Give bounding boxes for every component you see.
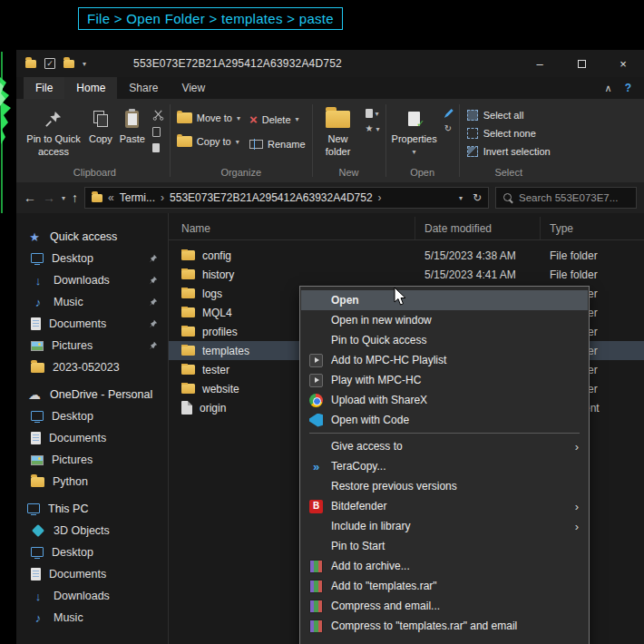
copy-to-button[interactable]: Copy to ▾: [172, 134, 245, 149]
sidebar-item-onedrive-desktop[interactable]: Desktop: [16, 405, 168, 427]
window-controls: – ×: [519, 50, 644, 77]
sidebar-item-pc-documents[interactable]: Documents: [16, 563, 168, 585]
help-icon[interactable]: ?: [625, 82, 631, 94]
file-row-config[interactable]: config 5/15/2023 4:38 AM File folder: [169, 246, 644, 265]
tab-home[interactable]: Home: [64, 77, 117, 99]
copy-button[interactable]: Copy: [85, 103, 116, 149]
sidebar-item-pictures[interactable]: Pictures: [16, 335, 168, 356]
edit-button[interactable]: [444, 109, 454, 118]
sidebar-item-2023-052023[interactable]: 2023-052023: [16, 356, 168, 378]
file-row-history[interactable]: history 5/15/2023 4:41 AM File folder: [169, 265, 644, 284]
copy-path-button[interactable]: [152, 127, 164, 137]
context-menu-item-teracopy[interactable]: » TeraCopy...: [301, 456, 588, 476]
up-button[interactable]: ↑: [72, 190, 78, 205]
context-menu-item-compress-and-email[interactable]: Compress and email...: [301, 596, 588, 616]
sidebar-item-downloads[interactable]: ↓ Downloads: [16, 269, 168, 291]
pin-to-quick-access-button[interactable]: Pin to Quick access: [22, 103, 85, 161]
ribbon-group-open: ✓ Properties ▾ ↻ Open: [388, 101, 457, 182]
qat-customize-chevron-icon[interactable]: ▾: [83, 60, 86, 68]
sidebar-item-documents[interactable]: Documents: [16, 313, 168, 335]
new-folder-icon: [326, 111, 350, 128]
paste-shortcut-button[interactable]: [152, 143, 164, 152]
sidebar-item-pc-music[interactable]: ♪ Music: [16, 607, 168, 629]
column-header-type[interactable]: Type: [541, 217, 644, 239]
tab-view[interactable]: View: [170, 77, 217, 99]
context-menu-item-open-with-code[interactable]: Open with Code: [301, 410, 588, 430]
select-all-button[interactable]: Select all: [467, 110, 551, 121]
context-menu-item-pin-to-start[interactable]: Pin to Start: [301, 536, 588, 556]
invert-selection-button[interactable]: Invert selection: [467, 146, 551, 157]
qat-properties-icon[interactable]: ✓: [44, 58, 55, 69]
select-none-button[interactable]: Select none: [467, 128, 551, 139]
sidebar-item-music[interactable]: ♪ Music: [16, 291, 168, 313]
back-button[interactable]: ←: [24, 190, 36, 205]
sidebar-item-onedrive-pictures[interactable]: Pictures: [16, 449, 168, 471]
new-item-button[interactable]: ▾: [366, 109, 380, 118]
breadcrumb-crumb-parent[interactable]: Termi...: [120, 191, 155, 204]
winrar-icon: [309, 580, 323, 593]
sidebar-item-python[interactable]: Python: [16, 471, 168, 493]
ribbon-divider: [459, 104, 460, 177]
blank-icon-slot: [309, 294, 323, 307]
maximize-button[interactable]: [561, 50, 602, 77]
crumb-separator-icon[interactable]: ›: [378, 191, 382, 204]
context-menu-item-open[interactable]: Open: [301, 290, 588, 310]
context-menu-item-play-with-mpc-hc[interactable]: Play with MPC-HC: [301, 370, 588, 390]
monitor-icon: [31, 411, 44, 421]
cube-icon: [32, 524, 44, 537]
sidebar-item-desktop[interactable]: Desktop: [16, 248, 168, 269]
tab-share[interactable]: Share: [117, 77, 170, 99]
recent-locations-chevron-icon[interactable]: ▾: [62, 194, 65, 202]
context-menu-item-add-to-templates-rar[interactable]: Add to "templates.rar": [301, 576, 588, 596]
delete-button[interactable]: × Delete ▾: [245, 111, 310, 128]
context-menu-item-upload-with-sharex[interactable]: Upload with ShareX: [301, 390, 588, 410]
context-menu-item-open-in-new-window[interactable]: Open in new window: [301, 310, 588, 330]
sidebar-group-onedrive[interactable]: ☁ OneDrive - Personal: [16, 384, 168, 405]
rename-button[interactable]: Rename: [245, 137, 310, 151]
column-header-name[interactable]: Name: [169, 217, 415, 239]
ribbon-tab-bar: File Home Share View ∧ ?: [16, 77, 644, 99]
minimize-button[interactable]: –: [519, 50, 561, 77]
search-box[interactable]: [495, 187, 637, 209]
sidebar-item-pc-downloads[interactable]: ↓ Downloads: [16, 585, 168, 607]
refresh-icon[interactable]: ↻: [473, 191, 482, 204]
context-menu-item-add-to-mpc-hc-playlist[interactable]: Add to MPC-HC Playlist: [301, 350, 588, 370]
sidebar-item-onedrive-documents[interactable]: Documents: [16, 427, 168, 449]
star-icon: ★: [27, 231, 42, 243]
easy-access-button[interactable]: ★▾: [366, 124, 380, 133]
cut-button[interactable]: [152, 109, 164, 121]
context-menu-item-include-in-library[interactable]: Include in library ›: [301, 516, 588, 536]
context-menu-item-bitdefender[interactable]: B Bitdefender ›: [301, 496, 588, 516]
sidebar-group-quick-access[interactable]: ★ Quick access: [16, 226, 168, 248]
context-menu-item-pin-to-quick-access[interactable]: Pin to Quick access: [301, 330, 588, 350]
move-to-button[interactable]: Move to ▾: [172, 111, 245, 125]
paste-button[interactable]: Paste: [116, 103, 149, 149]
sidebar-item-3d-objects[interactable]: 3D Objects: [16, 520, 168, 542]
breadcrumb[interactable]: « Termi... › 553E073E72B21A295412A63932A…: [84, 187, 489, 209]
history-button[interactable]: ↻: [444, 124, 454, 133]
breadcrumb-collapse-icon[interactable]: «: [108, 191, 114, 204]
forward-button[interactable]: →: [43, 190, 55, 205]
context-menu-item-compress-to-templates-rar-and-email[interactable]: Compress to "templates.rar" and email: [301, 616, 588, 636]
search-input[interactable]: [519, 192, 629, 203]
menu-item-label: Open in new window: [331, 314, 432, 327]
new-item-icon: [366, 109, 373, 118]
crumb-separator-icon[interactable]: ›: [161, 191, 164, 204]
address-dropdown-chevron-icon[interactable]: ▾: [459, 194, 463, 202]
submenu-chevron-icon: ›: [575, 500, 579, 513]
new-folder-button[interactable]: New folder: [315, 103, 362, 161]
column-header-date-modified[interactable]: Date modified: [415, 217, 541, 239]
breadcrumb-crumb-current[interactable]: 553E073E72B21A295412A63932A4D752: [170, 191, 373, 204]
context-menu-item-give-access-to[interactable]: Give access to ›: [301, 436, 588, 456]
folder-icon: [181, 269, 195, 279]
close-button[interactable]: ×: [602, 50, 644, 77]
tab-file[interactable]: File: [24, 77, 64, 99]
properties-button[interactable]: ✓ Properties ▾: [388, 103, 441, 160]
sidebar-group-this-pc[interactable]: This PC: [16, 498, 168, 520]
paste-shortcut-icon: [152, 143, 160, 152]
sidebar-item-pc-desktop[interactable]: Desktop: [16, 542, 168, 563]
qat-new-folder-icon[interactable]: [63, 60, 74, 68]
collapse-ribbon-icon[interactable]: ∧: [605, 83, 612, 94]
context-menu-item-restore-previous-versions[interactable]: Restore previous versions: [301, 476, 588, 496]
context-menu-item-add-to-archive[interactable]: Add to archive...: [301, 556, 588, 576]
